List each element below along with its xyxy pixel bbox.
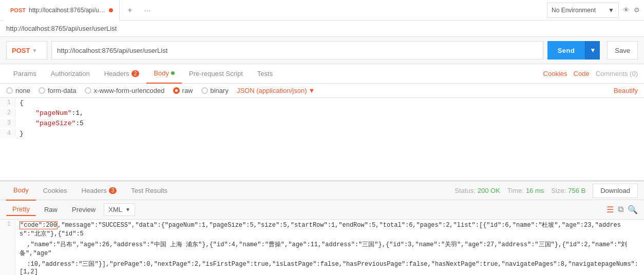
status-value: 200 OK	[478, 187, 500, 194]
send-dropdown-button[interactable]: ▼	[585, 41, 600, 60]
tab-pre-request-script[interactable]: Pre-request Script	[182, 64, 250, 84]
resp-line-1: 1 "code":200,"message":"SUCCESS","data":…	[0, 220, 644, 239]
url-input[interactable]	[51, 41, 543, 60]
editor-empty-space	[0, 139, 644, 180]
tab-url: http://localhost:8765/api/user/u	[29, 7, 106, 14]
size-stat: Size: 756 B	[551, 187, 585, 194]
radio-none	[6, 87, 13, 94]
format-tabs: Pretty Raw Preview XML ▼ ☰ ⧉ 🔍	[0, 200, 644, 220]
chevron-down-icon: ▼	[608, 7, 614, 14]
eye-icon[interactable]: 👁	[623, 6, 630, 14]
method-chevron-icon: ▼	[32, 48, 37, 53]
size-value: 756 B	[568, 187, 585, 194]
headers-badge: 2	[131, 70, 140, 77]
tab-body[interactable]: Body	[146, 64, 182, 84]
request-bar: POST ▼ Send ▼ Save	[0, 37, 644, 64]
time-stat: Time: 16 ms	[507, 187, 544, 194]
option-none[interactable]: none	[6, 87, 30, 94]
method-select[interactable]: POST ▼	[6, 41, 47, 60]
code-line-4: 4 }	[0, 129, 644, 139]
option-binary[interactable]: binary	[201, 87, 229, 94]
tab-authorization[interactable]: Authorization	[44, 64, 97, 84]
code-line-1: 1 {	[0, 98, 644, 108]
tab-method: POST	[10, 7, 26, 13]
code-highlight-box: "code":200	[20, 221, 58, 229]
body-active-dot	[171, 71, 175, 75]
settings-icon[interactable]: ⚙	[634, 6, 640, 14]
send-button-group: Send ▼	[547, 41, 600, 60]
resp-tab-headers[interactable]: Headers 3	[74, 181, 124, 201]
tab-headers[interactable]: Headers 2	[97, 64, 147, 84]
resp-tab-body[interactable]: Body	[6, 181, 36, 201]
fmt-tab-pretty[interactable]: Pretty	[6, 203, 36, 216]
body-options: none form-data x-www-form-urlencoded raw…	[0, 84, 644, 98]
environment-select[interactable]: No Environment ▼	[547, 3, 619, 18]
json-type-select[interactable]: JSON (application/json) ▼	[237, 87, 315, 94]
align-icon[interactable]: ☰	[607, 205, 614, 214]
option-urlencoded[interactable]: x-www-form-urlencoded	[85, 87, 165, 94]
format-dropdown-chevron-icon: ▼	[125, 207, 130, 212]
download-button[interactable]: Download	[593, 184, 638, 198]
resp-tab-test-results[interactable]: Test Results	[124, 181, 175, 201]
copy-icon[interactable]: ⧉	[618, 205, 623, 214]
response-action-icons: ☰ ⧉ 🔍	[607, 205, 638, 214]
json-type-chevron-icon: ▼	[308, 87, 315, 94]
format-type-dropdown[interactable]: XML ▼	[104, 203, 135, 216]
radio-binary	[201, 87, 208, 94]
env-icons: 👁 ⚙	[623, 6, 640, 14]
tab-tests[interactable]: Tests	[250, 64, 280, 84]
resp-line-3: :10,"address":"三国"}],"prePage":0,"nextPa…	[0, 259, 644, 275]
request-body-editor[interactable]: 1 { 2 "pageNum":1, 3 "pageSize":5 4 }	[0, 98, 644, 181]
resp-line-2: ,"name":"吕布","age":26,"address":"中国 上海 浦…	[0, 239, 644, 259]
breadcrumb: http://localhost:8765/api/user/userList	[0, 21, 644, 37]
request-nav-tabs: Params Authorization Headers 2 Body Pre-…	[0, 64, 644, 84]
active-tab[interactable]: POST http://localhost:8765/api/user/u	[4, 0, 120, 21]
nav-right: Cookies Code Comments (0)	[543, 70, 638, 77]
code-link[interactable]: Code	[574, 70, 590, 77]
beautify-button[interactable]: Beautify	[614, 87, 638, 94]
search-icon[interactable]: 🔍	[628, 205, 638, 214]
save-button[interactable]: Save	[607, 41, 638, 60]
environment-bar: No Environment ▼ 👁 ⚙	[547, 3, 640, 18]
tab-params[interactable]: Params	[6, 64, 44, 84]
code-line-2: 2 "pageNum":1,	[0, 108, 644, 119]
code-line-3: 3 "pageSize":5	[0, 119, 644, 129]
status-stat: Status: 200 OK	[454, 187, 500, 194]
more-tabs-button[interactable]: ···	[140, 3, 155, 17]
fmt-tab-preview[interactable]: Preview	[66, 204, 102, 215]
comments-link[interactable]: Comments (0)	[596, 70, 638, 77]
response-body-content: 1 "code":200,"message":"SUCCESS","data":…	[0, 220, 644, 275]
radio-raw	[173, 87, 180, 94]
fmt-tab-raw[interactable]: Raw	[38, 204, 64, 215]
radio-form-data	[39, 87, 45, 94]
resp-headers-badge: 3	[109, 187, 117, 194]
time-value: 16 ms	[526, 187, 544, 194]
response-bar: Body Cookies Headers 3 Test Results Stat…	[0, 181, 644, 200]
send-button[interactable]: Send	[547, 41, 585, 60]
new-tab-button[interactable]: +	[123, 3, 137, 17]
resp-tab-cookies[interactable]: Cookies	[36, 181, 74, 201]
option-form-data[interactable]: form-data	[39, 87, 77, 94]
tab-modified-dot	[109, 8, 113, 12]
radio-urlencoded	[85, 87, 91, 94]
option-raw[interactable]: raw	[173, 87, 193, 94]
cookies-link[interactable]: Cookies	[543, 70, 567, 77]
top-bar: POST http://localhost:8765/api/user/u + …	[0, 0, 644, 21]
response-stats: Status: 200 OK Time: 16 ms Size: 756 B D…	[454, 184, 638, 198]
